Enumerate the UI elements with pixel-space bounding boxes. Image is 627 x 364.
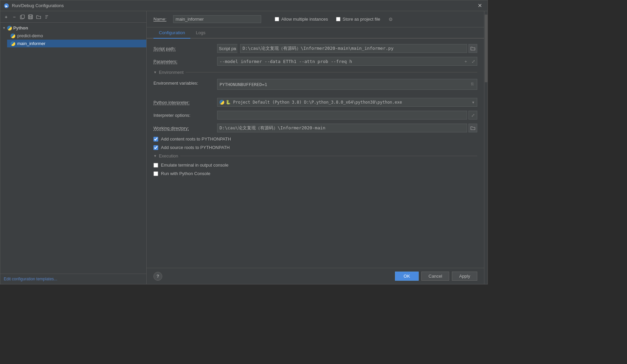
script-path-dropdown-wrapper: Script path Module name ▼ bbox=[217, 44, 237, 53]
params-add-icon-button[interactable]: + bbox=[462, 58, 469, 65]
copy-config-button[interactable] bbox=[19, 13, 26, 21]
cancel-button[interactable]: Cancel bbox=[421, 272, 449, 281]
svg-rect-3 bbox=[21, 15, 24, 18]
execution-section-header: ▼ Execution bbox=[153, 153, 477, 158]
name-field-label: Name: bbox=[153, 17, 166, 22]
add-source-roots-row: Add source roots to PYTHONPATH bbox=[153, 145, 477, 150]
gear-icon[interactable]: ⚙ bbox=[389, 17, 393, 22]
toolbar: + − bbox=[0, 11, 146, 23]
python-interpreter-row: Python interpreter: 🐍 Project Default (P… bbox=[153, 98, 477, 107]
run-python-console-label: Run with Python Console bbox=[161, 171, 210, 176]
run-debug-dialog: ▶ Run/Debug Configurations ✕ + − bbox=[0, 0, 488, 284]
tab-configuration[interactable]: Configuration bbox=[153, 27, 190, 39]
tree-item-icon-0 bbox=[11, 34, 15, 38]
dialog-footer: ? OK Cancel Apply bbox=[147, 268, 484, 284]
tree-item-predict-demo[interactable]: predict-demo bbox=[7, 32, 146, 40]
allow-multiple-checkbox[interactable] bbox=[275, 17, 279, 21]
parameters-input-wrapper: + ⤢ bbox=[217, 57, 477, 66]
params-expand-icon-button[interactable]: ⤢ bbox=[469, 58, 477, 65]
tree-group-python[interactable]: ▼ Python bbox=[0, 24, 146, 32]
allow-multiple-group: Allow multiple instances bbox=[275, 17, 328, 22]
dialog-title: Run/Debug Configurations bbox=[12, 3, 64, 8]
store-project-checkbox[interactable] bbox=[336, 17, 340, 21]
script-path-input[interactable] bbox=[240, 44, 467, 53]
dialog-body: + − bbox=[0, 11, 487, 284]
edit-templates-link[interactable]: Edit configuration templates... bbox=[0, 274, 146, 284]
tab-logs[interactable]: Logs bbox=[190, 27, 211, 39]
svg-rect-6 bbox=[29, 17, 32, 19]
parameters-label: Parameters: bbox=[153, 59, 214, 64]
store-project-group: Store as project file bbox=[336, 17, 380, 22]
interpreter-options-expand-button[interactable]: ⤢ bbox=[468, 111, 477, 120]
svg-text:▶: ▶ bbox=[5, 4, 8, 8]
tree-area: ▼ Python predict-demo main_informer bbox=[0, 23, 146, 274]
parameters-input[interactable] bbox=[217, 58, 462, 65]
emulate-terminal-label: Emulate terminal in output console bbox=[161, 163, 228, 168]
remove-config-button[interactable]: − bbox=[11, 13, 18, 21]
apply-button[interactable]: Apply bbox=[452, 272, 477, 281]
execution-section-line bbox=[180, 156, 477, 156]
sort-button[interactable] bbox=[43, 13, 50, 21]
env-vars-area: ⎘ bbox=[217, 79, 477, 90]
right-scrollbar[interactable] bbox=[484, 11, 487, 284]
add-source-roots-checkbox[interactable] bbox=[153, 145, 158, 150]
interpreter-options-label: Interpreter options: bbox=[153, 113, 214, 118]
script-path-row: Script path: Script path Module name ▼ bbox=[153, 44, 477, 53]
tree-item-label-0: predict-demo bbox=[17, 33, 43, 38]
working-directory-row: Working directory: bbox=[153, 124, 477, 132]
run-python-console-row: Run with Python Console bbox=[153, 171, 477, 176]
tree-item-icon-1 bbox=[11, 41, 15, 46]
interpreter-dropdown-arrow-icon: ▼ bbox=[472, 101, 475, 104]
ok-button[interactable]: OK bbox=[395, 272, 419, 281]
add-content-roots-label: Add content roots to PYTHONPATH bbox=[161, 136, 231, 142]
environment-section-header: ▼ Environment bbox=[153, 70, 477, 75]
script-path-browse-button[interactable] bbox=[468, 44, 477, 53]
working-dir-input-wrapper bbox=[217, 124, 477, 132]
interpreter-options-input[interactable] bbox=[217, 111, 467, 120]
working-dir-browse-button[interactable] bbox=[468, 124, 477, 132]
scrollbar-thumb bbox=[485, 15, 487, 82]
env-vars-row: Environment variables: ⎘ bbox=[153, 79, 477, 94]
name-input[interactable] bbox=[173, 15, 261, 23]
folder-button[interactable] bbox=[35, 13, 42, 21]
run-python-console-checkbox[interactable] bbox=[153, 171, 158, 176]
env-vars-copy-button[interactable]: ⎘ bbox=[469, 81, 476, 87]
environment-section-line bbox=[186, 72, 477, 72]
config-header: Name: Allow multiple instances Store as … bbox=[147, 11, 484, 27]
working-directory-input[interactable] bbox=[217, 124, 467, 132]
execution-chevron-icon[interactable]: ▼ bbox=[153, 154, 157, 158]
env-vars-input[interactable] bbox=[217, 79, 477, 89]
tree-chevron: ▼ bbox=[2, 26, 6, 30]
footer-right: OK Cancel Apply bbox=[395, 272, 477, 281]
store-project-label: Store as project file bbox=[342, 17, 380, 22]
config-content: Script path: Script path Module name ▼ bbox=[147, 39, 484, 268]
script-path-type-select[interactable]: Script path Module name bbox=[217, 44, 237, 53]
interpreter-dropdown-wrapper: 🐍 Project Default (Python 3.8) D:\P.ytho… bbox=[217, 98, 477, 107]
emulate-terminal-checkbox[interactable] bbox=[153, 163, 158, 168]
script-path-input-wrapper bbox=[240, 44, 477, 53]
environment-chevron-icon[interactable]: ▼ bbox=[153, 70, 157, 74]
left-panel: + − bbox=[0, 11, 147, 284]
tree-group-label: Python bbox=[13, 25, 28, 30]
environment-section-label: Environment bbox=[159, 70, 184, 75]
tabs-bar: Configuration Logs bbox=[147, 27, 484, 39]
footer-left: ? bbox=[153, 272, 162, 281]
tree-item-label-1: main_informer bbox=[17, 41, 45, 46]
app-icon: ▶ bbox=[4, 3, 9, 8]
save-config-button[interactable] bbox=[27, 13, 34, 21]
execution-section-label: Execution bbox=[159, 153, 178, 158]
allow-multiple-label: Allow multiple instances bbox=[281, 17, 328, 22]
tree-item-main-informer[interactable]: main_informer bbox=[7, 40, 146, 47]
title-bar: ▶ Run/Debug Configurations ✕ bbox=[0, 0, 487, 11]
add-source-roots-label: Add source roots to PYTHONPATH bbox=[161, 145, 230, 150]
svg-rect-5 bbox=[29, 15, 32, 17]
python-interpreter-label: Python interpreter: bbox=[153, 100, 214, 105]
add-content-roots-checkbox[interactable] bbox=[153, 137, 158, 142]
help-button[interactable]: ? bbox=[153, 272, 162, 281]
python-interpreter-icon bbox=[220, 100, 224, 105]
add-config-button[interactable]: + bbox=[2, 13, 10, 21]
add-content-roots-row: Add content roots to PYTHONPATH bbox=[153, 136, 477, 142]
script-path-label: Script path: bbox=[153, 46, 214, 51]
close-button[interactable]: ✕ bbox=[476, 2, 484, 9]
interpreter-dropdown[interactable]: 🐍 Project Default (Python 3.8) D:\P.ytho… bbox=[217, 98, 477, 107]
